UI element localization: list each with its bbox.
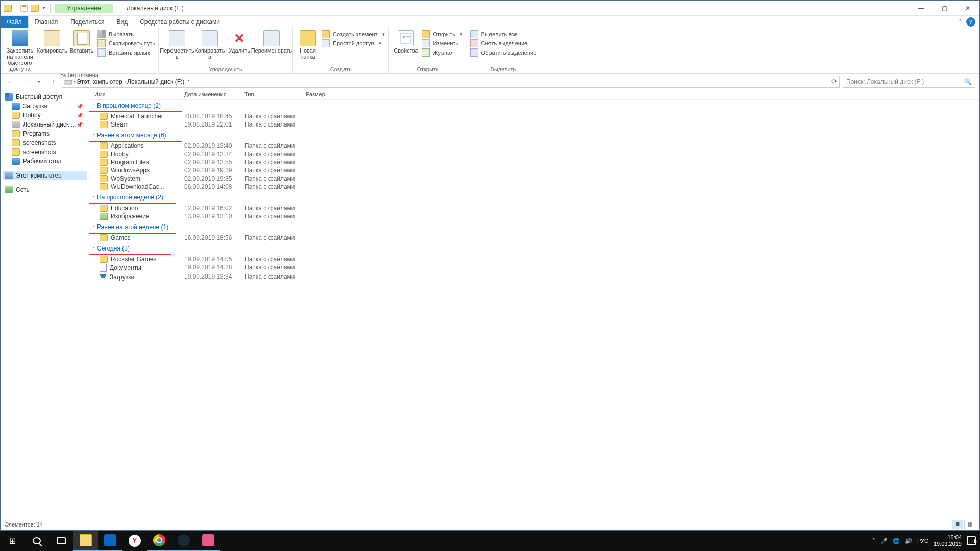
copy-button[interactable]: Копировать xyxy=(38,30,66,54)
help-icon[interactable]: ? xyxy=(966,17,975,27)
taskbar-app[interactable] xyxy=(196,531,220,551)
tab-file[interactable]: Файл xyxy=(1,16,28,28)
sidebar-local-disk-f[interactable]: Локальный диск (F:)📌 xyxy=(3,120,87,129)
group-header[interactable]: ˅ Сегодня (3) xyxy=(89,243,171,255)
col-date[interactable]: Дата изменения xyxy=(184,91,244,97)
tray-network-icon[interactable]: 🌐 xyxy=(893,538,900,544)
sidebar-this-pc[interactable]: Этот компьютер xyxy=(3,171,87,180)
paste-button[interactable]: Вставить xyxy=(68,30,95,54)
delete-button[interactable]: ✕Удалить xyxy=(227,30,252,54)
pin-to-quick-access-button[interactable]: Закрепить на панели быстрого доступа xyxy=(4,30,36,72)
taskbar-chrome[interactable] xyxy=(147,531,172,551)
tray-time: 15:04 xyxy=(934,534,962,541)
sidebar-screenshots-1[interactable]: screenshots xyxy=(3,138,87,147)
group-header[interactable]: ˅ Ранее на этой неделе (1) xyxy=(89,221,176,234)
new-item-button[interactable]: Создать элемент▼ xyxy=(322,30,385,38)
open-button[interactable]: Открыть▼ xyxy=(422,30,463,38)
context-tab-manage[interactable]: Управление xyxy=(55,4,113,13)
collapse-ribbon-icon[interactable]: ˄ xyxy=(959,18,962,27)
col-size[interactable]: Размер xyxy=(306,91,347,97)
tab-view[interactable]: Вид xyxy=(110,16,134,28)
new-folder-button[interactable]: Новая папка xyxy=(296,30,320,60)
taskbar-steam[interactable] xyxy=(172,531,196,551)
crumb-this-pc[interactable]: Этот компьютер› xyxy=(77,78,126,85)
sidebar-desktop[interactable]: Рабочий стол xyxy=(3,157,87,166)
minimize-button[interactable]: — xyxy=(909,1,933,16)
chevron-right-icon[interactable]: › xyxy=(125,79,126,84)
group-header[interactable]: ˅ На прошлой неделе (2) xyxy=(89,192,176,204)
list-item[interactable]: WindowsApps 02.09.2019 19:39 Папка с фай… xyxy=(89,166,979,174)
icons-view-button[interactable]: ▦ xyxy=(964,520,975,529)
sidebar-downloads[interactable]: Загрузки📌 xyxy=(3,102,87,111)
task-view-button[interactable] xyxy=(49,531,74,551)
list-item[interactable]: Rockstar Games 19.09.2019 14:05 Папка с … xyxy=(89,255,979,263)
sidebar-network[interactable]: Сеть xyxy=(3,185,87,194)
copy-to-button[interactable]: Копировать в xyxy=(194,30,225,60)
details-view-button[interactable]: ≣ xyxy=(952,520,963,529)
app-icon xyxy=(4,5,12,12)
recent-dropdown[interactable]: ▾ xyxy=(33,76,44,87)
start-button[interactable]: ⊞ xyxy=(0,531,24,551)
list-item[interactable]: WUDownloadCac... 06.09.2019 14:08 Папка … xyxy=(89,183,979,191)
tab-home[interactable]: Главная xyxy=(28,16,65,28)
properties-icon[interactable] xyxy=(20,5,28,12)
list-item[interactable]: Program Files 02.09.2019 13:55 Папка с ф… xyxy=(89,158,979,166)
close-button[interactable]: ✕ xyxy=(956,1,979,16)
path-dropdown-icon[interactable]: ˅ xyxy=(185,79,192,84)
tab-share[interactable]: Поделиться xyxy=(64,16,110,28)
taskbar-explorer[interactable] xyxy=(74,531,98,551)
crumb-local-disk[interactable]: Локальный диск (F:) xyxy=(127,78,184,85)
list-item[interactable]: Hobby 02.09.2019 13:34 Папка с файлами xyxy=(89,150,979,158)
back-button[interactable]: ← xyxy=(5,76,16,87)
cut-button[interactable]: Вырезать xyxy=(97,30,155,38)
move-to-button[interactable]: Переместить в xyxy=(162,30,192,60)
sidebar-screenshots-2[interactable]: screenshots xyxy=(3,147,87,157)
chevron-right-icon[interactable]: › xyxy=(74,78,76,85)
tray-volume-icon[interactable]: 🔊 xyxy=(905,538,912,544)
sidebar-hobby[interactable]: Hobby📌 xyxy=(3,111,87,120)
tray-clock[interactable]: 15:04 19.09.2019 xyxy=(934,534,962,547)
group-header[interactable]: ˅ Ранее в этом месяце (6) xyxy=(89,130,182,142)
list-item[interactable]: Документы 19.09.2019 14:28 Папка с файла… xyxy=(89,263,979,272)
refresh-icon[interactable]: ⟳ xyxy=(831,78,837,85)
list-item[interactable]: Education 12.09.2019 16:02 Папка с файла… xyxy=(89,204,979,212)
list-item[interactable]: Minecraft Launcher 20.08.2019 18:45 Папк… xyxy=(89,112,979,120)
tray-mic-icon[interactable]: 🎤 xyxy=(880,538,888,544)
taskbar-search[interactable] xyxy=(24,531,49,551)
tray-chevron-icon[interactable]: ˄ xyxy=(872,538,875,544)
rename-button[interactable]: Переименовать xyxy=(254,30,289,54)
easy-access-button[interactable]: Простой доступ▼ xyxy=(322,39,385,47)
qat-dropdown-icon[interactable]: ▼ xyxy=(42,6,46,10)
copy-path-button[interactable]: Скопировать путь xyxy=(97,39,155,47)
history-button[interactable]: Журнал xyxy=(422,48,463,57)
search-input[interactable]: Поиск: Локальный диск (F:) 🔍 xyxy=(843,76,975,88)
new-folder-icon[interactable] xyxy=(31,5,39,12)
up-button[interactable]: ↑ xyxy=(47,76,59,87)
list-item[interactable]: Applications 02.09.2019 13:40 Папка с фа… xyxy=(89,142,979,150)
list-item[interactable]: Изображения 13.09.2019 13:10 Папка с фай… xyxy=(89,212,979,220)
properties-button[interactable]: Свойства xyxy=(392,30,420,54)
col-name[interactable]: Имя xyxy=(89,91,184,97)
group-header[interactable]: ˅ В прошлом месяце (2) xyxy=(89,100,182,112)
tab-drive-tools[interactable]: Средства работы с дисками xyxy=(134,16,226,28)
delete-label: Удалить xyxy=(229,47,250,54)
col-type[interactable]: Тип xyxy=(244,91,306,97)
select-none-button[interactable]: Снять выделение xyxy=(470,39,537,47)
breadcrumb[interactable]: › Этот компьютер› Локальный диск (F:) ˅ … xyxy=(62,76,840,88)
list-item[interactable]: WpSystem 02.09.2019 19:35 Папка с файлам… xyxy=(89,174,979,183)
forward-button[interactable]: → xyxy=(19,76,30,87)
edit-button[interactable]: Изменить xyxy=(422,39,463,47)
select-all-button[interactable]: Выделить все xyxy=(470,30,537,38)
list-item[interactable]: Steam 19.08.2019 22:01 Папка с файлами xyxy=(89,120,979,129)
paste-shortcut-button[interactable]: Вставить ярлык xyxy=(97,48,155,57)
taskbar-yandex[interactable]: Y xyxy=(122,531,147,551)
maximize-button[interactable]: ▢ xyxy=(933,1,956,16)
list-item[interactable]: Games 16.09.2019 18:56 Папка с файлами xyxy=(89,234,979,242)
sidebar-programs[interactable]: Programs xyxy=(3,129,87,138)
invert-selection-button[interactable]: Обратить выделение xyxy=(470,48,537,57)
tray-language[interactable]: РУС xyxy=(917,538,928,544)
action-center-icon[interactable] xyxy=(967,536,976,545)
taskbar-edge[interactable] xyxy=(98,531,122,551)
list-item[interactable]: Загрузки 19.09.2019 13:34 Папка с файлам… xyxy=(89,272,979,282)
sidebar-quick-access[interactable]: Быстрый доступ xyxy=(3,92,87,102)
